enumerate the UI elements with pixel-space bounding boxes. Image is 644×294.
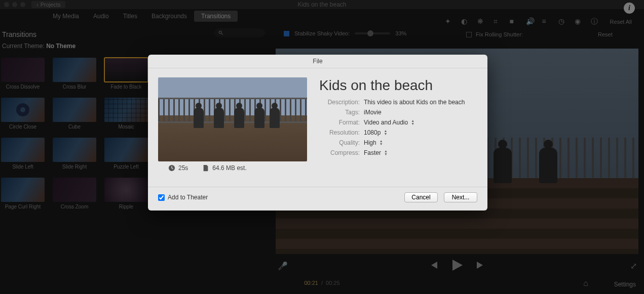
description-field[interactable]: This video is about Kids on the beach — [364, 99, 465, 106]
format-stepper[interactable]: ▲▼ — [411, 119, 414, 125]
theater-checkbox-label: Add to Theater — [168, 194, 208, 201]
export-title[interactable]: Kids on the beach — [319, 77, 477, 94]
quality-stepper[interactable]: ▲▼ — [380, 140, 383, 146]
resolution-select[interactable]: 1080p — [364, 129, 381, 136]
resolution-stepper[interactable]: ▲▼ — [384, 130, 387, 136]
tags-field[interactable]: iMovie — [364, 109, 382, 116]
next-button[interactable]: Next... — [444, 192, 477, 202]
format-select[interactable]: Video and Audio — [364, 119, 408, 126]
export-duration: 25s — [178, 164, 188, 172]
export-preview-thumbnail — [158, 77, 307, 161]
compress-select[interactable]: Faster — [364, 149, 381, 156]
export-dialog: File 25s 64.6 MB est. — [148, 55, 487, 211]
export-filesize: 64.6 MB est. — [212, 164, 246, 172]
export-meta-row: 25s 64.6 MB est. — [158, 161, 307, 179]
cancel-button[interactable]: Cancel — [404, 192, 438, 202]
theater-checkbox-input[interactable] — [158, 194, 165, 201]
clock-icon — [168, 164, 175, 172]
add-to-theater-checkbox[interactable]: Add to Theater — [158, 194, 208, 201]
file-icon — [202, 164, 209, 172]
compress-stepper[interactable]: ▲▼ — [384, 150, 388, 156]
quality-select[interactable]: High — [364, 139, 376, 146]
dialog-title: File — [148, 55, 487, 68]
